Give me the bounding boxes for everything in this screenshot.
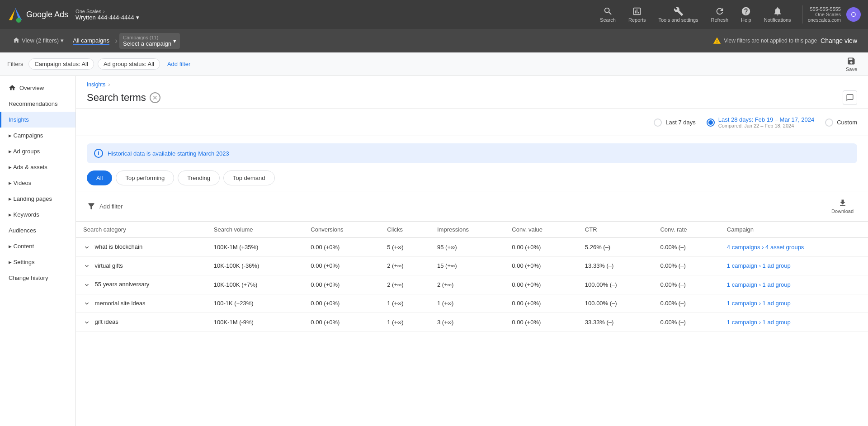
search-nav-button[interactable]: Search: [594, 3, 621, 26]
svg-marker-1: [9, 8, 15, 20]
tab-top-demand[interactable]: Top demand: [223, 170, 275, 185]
search-icon: [603, 6, 613, 16]
chevron-down-icon[interactable]: [83, 244, 90, 251]
cell-ctr: 5.26% (–): [578, 238, 653, 257]
cell-search-category: memorial site ideas: [76, 294, 207, 313]
sidebar-item-overview[interactable]: Overview: [0, 80, 75, 96]
th-conv-value[interactable]: Conv. value: [505, 222, 577, 238]
save-button[interactable]: Save: [842, 55, 861, 74]
campaign-link: 4 campaigns › 4 asset groups: [727, 244, 804, 251]
th-clicks[interactable]: Clicks: [380, 222, 430, 238]
cell-search-category: 55 years anniversary: [76, 275, 207, 294]
date-option-custom[interactable]: Custom: [825, 118, 857, 127]
th-search-volume[interactable]: Search volume: [207, 222, 304, 238]
radio-last7: [654, 118, 662, 127]
cell-clicks: 1 (+∞): [380, 313, 430, 332]
cell-conversions: 0.00 (+0%): [303, 256, 380, 275]
filters-label: Filters: [7, 61, 23, 67]
sidebar-item-keywords[interactable]: ▸ Keywords: [0, 207, 75, 222]
radio-custom: [825, 118, 833, 127]
cell-conv-rate: 0.00% (–): [653, 313, 719, 332]
user-info: 555-555-5555 One Scales onescales.com: [808, 6, 841, 23]
date-range-bar: Last 7 days Last 28 days: Feb 19 – Mar 1…: [76, 109, 868, 136]
sidebar-item-content[interactable]: ▸ Content: [0, 238, 75, 254]
cell-search-category: what is blockchain: [76, 238, 207, 257]
top-nav: Google Ads One Scales › Wrytten 444-444-…: [0, 0, 868, 29]
sidebar-item-ads-assets[interactable]: ▸ Ads & assets: [0, 159, 75, 175]
cell-campaign[interactable]: 1 campaign › 1 ad group: [720, 275, 868, 294]
breadcrumb: Insights ›: [87, 81, 857, 88]
cell-campaign[interactable]: 4 campaigns › 4 asset groups: [720, 238, 868, 257]
cell-conversions: 0.00 (+0%): [303, 313, 380, 332]
tools-nav-button[interactable]: Tools and settings: [653, 3, 703, 26]
google-ads-logo[interactable]: Google Ads: [7, 6, 68, 23]
help-nav-button[interactable]: Help: [736, 3, 757, 26]
cell-conv-value: 0.00 (+0%): [505, 294, 577, 313]
sidebar-item-insights[interactable]: Insights: [0, 112, 75, 128]
table-row: memorial site ideas 100-1K (+23%) 0.00 (…: [76, 294, 868, 313]
cell-search-category: virtual gifts: [76, 256, 207, 275]
cell-search-volume: 100K-1M (+35%): [207, 238, 304, 257]
date-option-last28[interactable]: Last 28 days: Feb 19 – Mar 17, 2024 Comp…: [707, 116, 814, 128]
account-detail[interactable]: Wrytten 444-444-4444 ▾: [75, 14, 139, 21]
download-button[interactable]: Download: [828, 197, 857, 216]
table-add-filter[interactable]: Add filter: [99, 203, 123, 210]
cell-ctr: 33.33% (–): [578, 313, 653, 332]
sidebar-item-change-history[interactable]: Change history: [0, 270, 75, 286]
chevron-down-icon[interactable]: [83, 319, 90, 326]
sidebar-item-ad-groups[interactable]: ▸ Ad groups: [0, 143, 75, 159]
sidebar-item-recommendations[interactable]: Recommendations: [0, 96, 75, 112]
cell-impressions: 95 (+∞): [430, 238, 505, 257]
refresh-nav-button[interactable]: Refresh: [706, 3, 734, 26]
sidebar-item-landing-pages[interactable]: ▸ Landing pages: [0, 191, 75, 207]
chevron-down-icon[interactable]: [83, 262, 90, 270]
data-table: Search category Search volume Conversion…: [76, 222, 868, 332]
sidebar-item-settings[interactable]: ▸ Settings: [0, 254, 75, 270]
cell-campaign[interactable]: 1 campaign › 1 ad group: [720, 313, 868, 332]
view-filters-item[interactable]: View (2 filters) ▾: [7, 29, 69, 52]
filter-funnel-icon[interactable]: [87, 202, 96, 211]
th-impressions[interactable]: Impressions: [430, 222, 505, 238]
ad-group-status-filter[interactable]: Ad group status: All: [98, 58, 160, 70]
th-search-category[interactable]: Search category: [76, 222, 207, 238]
date-option-last7[interactable]: Last 7 days: [654, 118, 696, 127]
campaign-link: 1 campaign › 1 ad group: [727, 300, 791, 307]
campaign-selector[interactable]: Campaigns (11) Select a campaign ▾: [119, 33, 180, 49]
sidebar-item-campaigns[interactable]: ▸ Campaigns: [0, 128, 75, 143]
reports-nav-button[interactable]: Reports: [623, 3, 651, 26]
cell-conversions: 0.00 (+0%): [303, 275, 380, 294]
change-view-button[interactable]: Change view: [817, 35, 861, 46]
tab-all[interactable]: All: [87, 170, 112, 185]
feedback-icon[interactable]: [843, 90, 857, 105]
cell-campaign[interactable]: 1 campaign › 1 ad group: [720, 294, 868, 313]
cell-campaign[interactable]: 1 campaign › 1 ad group: [720, 256, 868, 275]
tab-top-performing[interactable]: Top performing: [116, 170, 174, 185]
sidebar-item-audiences[interactable]: Audiences: [0, 222, 75, 238]
close-title-icon[interactable]: ✕: [150, 92, 160, 103]
nav-icons: Search Reports Tools and settings Refres…: [594, 3, 861, 26]
chevron-down-icon[interactable]: [83, 281, 90, 289]
logo-text: Google Ads: [26, 10, 68, 19]
notifications-nav-button[interactable]: Notifications: [759, 3, 797, 26]
th-conversions[interactable]: Conversions: [303, 222, 380, 238]
cell-conversions: 0.00 (+0%): [303, 238, 380, 257]
radio-last28: [707, 118, 715, 127]
content-header: Insights › Search terms ✕: [76, 76, 868, 109]
cell-clicks: 2 (+∞): [380, 275, 430, 294]
sidebar-item-videos[interactable]: ▸ Videos: [0, 175, 75, 191]
cell-ctr: 100.00% (–): [578, 294, 653, 313]
cell-conv-rate: 0.00% (–): [653, 238, 719, 257]
campaign-link: 1 campaign › 1 ad group: [727, 281, 791, 288]
content-area: Insights › Search terms ✕ Last 7 days: [76, 76, 868, 426]
tab-trending[interactable]: Trending: [178, 170, 220, 185]
user-avatar[interactable]: O: [846, 7, 861, 22]
chevron-down-icon[interactable]: [83, 300, 90, 307]
all-campaigns-btn[interactable]: All campaigns: [73, 37, 109, 45]
help-icon: [741, 6, 751, 16]
th-campaign[interactable]: Campaign: [720, 222, 868, 238]
add-filter-button[interactable]: Add filter: [164, 59, 194, 69]
th-ctr[interactable]: CTR: [578, 222, 653, 238]
th-conv-rate[interactable]: Conv. rate: [653, 222, 719, 238]
cell-search-volume: 100K-1M (-9%): [207, 313, 304, 332]
campaign-status-filter[interactable]: Campaign status: All: [28, 58, 94, 70]
